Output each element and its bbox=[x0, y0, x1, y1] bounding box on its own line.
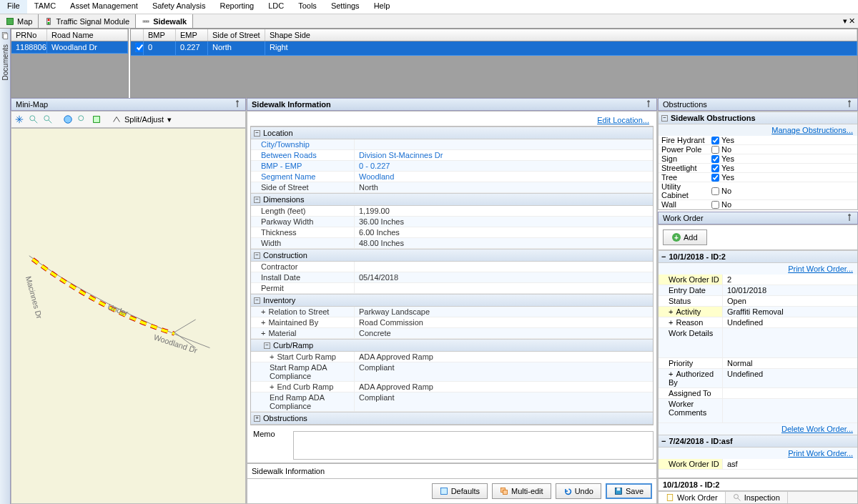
map-label-under: Under bbox=[107, 302, 129, 318]
group-obstructions[interactable]: +Obstructions bbox=[251, 412, 653, 425]
dropdown-arrow-icon[interactable]: ▾ bbox=[165, 115, 174, 124]
obs-fire-hydrant-check[interactable] bbox=[711, 137, 719, 144]
collapse-icon[interactable]: − bbox=[661, 115, 668, 122]
mini-map-canvas[interactable]: Macinnes Dr Under Woodland Dr bbox=[11, 128, 246, 504]
save-button[interactable]: Save bbox=[606, 483, 652, 499]
wo-header-1[interactable]: −10/1/2018 - ID:2 bbox=[659, 250, 857, 263]
split-adjust-label[interactable]: Split/Adjust bbox=[124, 115, 164, 124]
obs-power-pole-check[interactable] bbox=[711, 146, 719, 154]
obs-tree-check[interactable] bbox=[711, 174, 719, 182]
col-side[interactable]: Side of Street bbox=[208, 29, 265, 41]
menu-settings[interactable]: Settings bbox=[324, 0, 367, 14]
collapse-icon[interactable]: − bbox=[661, 252, 666, 261]
tab-dropdown-icon[interactable]: ▾ bbox=[843, 16, 847, 26]
menu-ldc[interactable]: LDC bbox=[261, 0, 291, 14]
add-work-order-button[interactable]: +Add bbox=[663, 229, 707, 245]
tab-sidewalk[interactable]: Sidewalk bbox=[136, 14, 193, 28]
svg-rect-7 bbox=[4, 34, 8, 39]
collapse-icon[interactable]: − bbox=[264, 342, 270, 349]
menu-reporting[interactable]: Reporting bbox=[212, 0, 261, 14]
svg-rect-14 bbox=[94, 117, 100, 123]
collapse-icon[interactable]: − bbox=[661, 437, 666, 445]
map-label-macinnes: Macinnes Dr bbox=[24, 275, 44, 320]
undo-button[interactable]: Undo bbox=[556, 483, 601, 499]
memo-input[interactable] bbox=[293, 431, 654, 460]
menu-safety-analysis[interactable]: Safety Analysis bbox=[145, 0, 213, 14]
collapse-icon[interactable]: − bbox=[254, 130, 260, 137]
expand-icon[interactable]: + bbox=[270, 352, 274, 361]
obstructions-subtitle[interactable]: −Sidewalk Obstructions bbox=[659, 112, 857, 124]
collapse-icon[interactable]: − bbox=[254, 252, 260, 259]
tab-traffic-signal[interactable]: Traffic Signal Module bbox=[39, 14, 136, 28]
globe-icon[interactable] bbox=[61, 113, 74, 126]
segment-grid: BMP EMP Side of Street Shape Side 0 0.22… bbox=[130, 29, 858, 98]
split-adjust-icon[interactable] bbox=[110, 113, 123, 126]
expand-icon[interactable]: + bbox=[669, 318, 673, 327]
menu-tamc[interactable]: TAMC bbox=[27, 0, 63, 14]
pin-icon[interactable] bbox=[846, 100, 853, 107]
svg-rect-19 bbox=[617, 488, 621, 491]
tab-map[interactable]: Map bbox=[0, 14, 39, 28]
inspection-icon bbox=[733, 493, 741, 502]
zoom-in-icon[interactable] bbox=[27, 113, 40, 126]
documents-icon[interactable] bbox=[1, 31, 9, 40]
menu-help[interactable]: Help bbox=[367, 0, 398, 14]
col-check[interactable] bbox=[131, 29, 144, 41]
expand-icon[interactable]: + bbox=[254, 415, 260, 422]
multiedit-button[interactable]: Multi-edit bbox=[492, 483, 551, 499]
col-prno[interactable]: PRNo bbox=[11, 29, 47, 41]
pin-icon[interactable] bbox=[846, 214, 853, 221]
group-dimensions[interactable]: −Dimensions bbox=[251, 193, 653, 206]
zoom-prev-icon[interactable] bbox=[76, 113, 89, 126]
delete-work-order-link[interactable]: Delete Work Order... bbox=[781, 425, 853, 433]
obs-sign-check[interactable] bbox=[711, 155, 719, 163]
tab-work-order[interactable]: Work Order bbox=[659, 492, 726, 503]
obs-wall-check[interactable] bbox=[711, 201, 719, 209]
segment-grid-row[interactable]: 0 0.227 North Right bbox=[131, 41, 857, 56]
road-grid-row[interactable]: 1188806 Woodland Dr bbox=[11, 41, 128, 54]
group-curb-ramp[interactable]: −Curb/Ramp bbox=[251, 339, 653, 352]
edit-location-link[interactable]: Edit Location... bbox=[597, 116, 649, 124]
col-emp[interactable]: EMP bbox=[176, 29, 208, 41]
defaults-button[interactable]: Defaults bbox=[432, 483, 488, 499]
col-roadname[interactable]: Road Name bbox=[47, 29, 128, 41]
col-bmp[interactable]: BMP bbox=[144, 29, 176, 41]
menu-tools[interactable]: Tools bbox=[291, 0, 324, 14]
obs-utility-cabinet-check[interactable] bbox=[711, 187, 719, 195]
group-construction[interactable]: −Construction bbox=[251, 249, 653, 262]
group-location[interactable]: −Location bbox=[251, 127, 653, 139]
tab-traffic-signal-label: Traffic Signal Module bbox=[56, 17, 129, 26]
menubar: File TAMC Asset Management Safety Analys… bbox=[0, 0, 858, 14]
obs-streetlight-check[interactable] bbox=[711, 164, 719, 172]
memo-label: Memo bbox=[250, 428, 293, 460]
col-shape[interactable]: Shape Side bbox=[265, 29, 857, 41]
sidewalk-icon bbox=[142, 17, 150, 26]
wo-header-2[interactable]: −7/24/2018 - ID:asf bbox=[659, 435, 857, 448]
group-inventory[interactable]: −Inventory bbox=[251, 294, 653, 307]
segment-checkbox[interactable] bbox=[135, 43, 144, 52]
expand-icon[interactable]: + bbox=[261, 318, 265, 327]
tab-close-icon[interactable]: ✕ bbox=[849, 16, 855, 26]
documents-tab[interactable]: Documents bbox=[1, 44, 9, 81]
print-work-order-link-2[interactable]: Print Work Order... bbox=[788, 449, 853, 458]
tab-inspection[interactable]: Inspection bbox=[726, 492, 788, 503]
layers-icon[interactable] bbox=[90, 113, 103, 126]
collapse-icon[interactable]: − bbox=[254, 197, 260, 203]
expand-icon[interactable]: + bbox=[669, 307, 673, 316]
pin-icon[interactable] bbox=[645, 100, 652, 107]
zoom-out-icon[interactable] bbox=[41, 113, 54, 126]
expand-icon[interactable]: + bbox=[270, 382, 274, 391]
collapse-icon[interactable]: − bbox=[254, 297, 260, 304]
cell-roadname: Woodland Dr bbox=[47, 41, 128, 53]
segment-grid-header: BMP EMP Side of Street Shape Side bbox=[131, 29, 857, 41]
menu-asset-management[interactable]: Asset Management bbox=[63, 0, 145, 14]
expand-icon[interactable]: + bbox=[669, 370, 673, 378]
expand-icon[interactable]: + bbox=[261, 307, 265, 316]
expand-icon[interactable]: + bbox=[261, 329, 265, 337]
pin-icon[interactable] bbox=[234, 100, 241, 107]
print-work-order-link[interactable]: Print Work Order... bbox=[788, 265, 853, 273]
menu-file[interactable]: File bbox=[0, 0, 27, 14]
pan-tool-icon[interactable] bbox=[13, 113, 26, 126]
manage-obstructions-link[interactable]: Manage Obstructions... bbox=[771, 126, 853, 134]
right-panels: Obstructions −Sidewalk Obstructions Mana… bbox=[658, 98, 858, 504]
